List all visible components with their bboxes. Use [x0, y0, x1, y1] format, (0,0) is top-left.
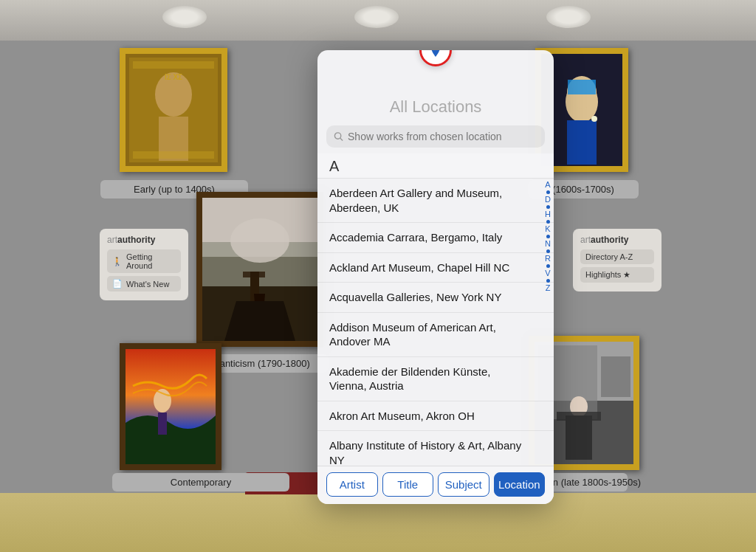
- svg-rect-21: [158, 413, 167, 435]
- alpha-n[interactable]: N: [545, 240, 551, 248]
- art-text-right: art: [580, 235, 591, 245]
- search-input[interactable]: [348, 131, 537, 142]
- painting-wanderer: [202, 198, 317, 341]
- search-icon: [334, 131, 343, 142]
- tab-location[interactable]: Location: [494, 472, 546, 497]
- ceiling-light-right: [546, 6, 591, 28]
- svg-point-29: [334, 133, 340, 139]
- svg-rect-27: [566, 415, 592, 460]
- artauthority-widget-left: artauthority 🚶 Getting Around 📄 What's N…: [100, 229, 188, 300]
- whats-new-icon: 📄: [112, 279, 123, 289]
- alpha-dot-a: [546, 190, 550, 194]
- alpha-h[interactable]: H: [545, 210, 551, 218]
- modal-header: All Locations: [317, 71, 554, 123]
- section-header-a: A: [317, 153, 554, 178]
- list-item[interactable]: Accademia Carrara, Bergamo, Italy: [317, 222, 554, 252]
- tab-bar: Artist Title Subject Location: [317, 466, 554, 504]
- list-item[interactable]: Akademie der Bildenden Künste, Vienna, A…: [317, 356, 554, 401]
- tab-title[interactable]: Title: [382, 472, 434, 497]
- list-item[interactable]: Ackland Art Museum, Chapel Hill NC: [317, 252, 554, 283]
- label-modern: Contemporary: [112, 473, 289, 491]
- modal-title: All Locations: [329, 81, 542, 117]
- alpha-dot-n: [546, 249, 550, 253]
- list-item[interactable]: Akron Art Museum, Akron OH: [317, 401, 554, 431]
- alpha-dot-v: [546, 279, 550, 283]
- alpha-a[interactable]: A: [545, 181, 550, 189]
- alpha-k[interactable]: K: [545, 225, 550, 233]
- list-item[interactable]: Albany Institute of History & Art, Alban…: [317, 430, 554, 466]
- svg-point-16: [230, 218, 289, 263]
- alpha-dot-h: [546, 220, 550, 224]
- painting-scream: [126, 349, 216, 464]
- alpha-v[interactable]: V: [545, 269, 550, 277]
- list-item[interactable]: Aberdeen Art Gallery and Museum, Aberdee…: [317, 178, 554, 222]
- painting-christ: ΙΣ ΧΣ: [126, 54, 221, 166]
- alpha-r[interactable]: R: [545, 255, 551, 263]
- svg-rect-18: [243, 272, 265, 277]
- svg-rect-9: [567, 120, 597, 165]
- svg-point-12: [591, 116, 597, 122]
- directory-button[interactable]: Directory A-Z: [580, 249, 654, 264]
- location-list[interactable]: Aberdeen Art Gallery and Museum, Aberdee…: [317, 178, 554, 466]
- svg-rect-28: [557, 412, 601, 421]
- location-icon-circle: [419, 50, 452, 66]
- artauthority-widget-right: artauthority Directory A-Z Highlights ★: [573, 229, 662, 291]
- list-item[interactable]: Addison Museum of American Art, Andover …: [317, 312, 554, 356]
- location-pin-icon: [427, 50, 444, 58]
- authority-text-right: authority: [591, 235, 628, 245]
- svg-text:ΙΣ ΧΣ: ΙΣ ΧΣ: [165, 73, 182, 81]
- painting-frame-wanderer: [196, 192, 323, 347]
- tab-artist[interactable]: Artist: [326, 472, 378, 497]
- ceiling-light-center: [354, 6, 399, 28]
- directory-label: Directory A-Z: [585, 252, 633, 261]
- svg-rect-6: [133, 151, 214, 159]
- modal-icon-area: [317, 50, 554, 71]
- ceiling: [0, 0, 756, 41]
- getting-around-icon: 🚶: [112, 257, 123, 266]
- alpha-dot-k: [546, 235, 550, 238]
- svg-point-20: [154, 389, 171, 413]
- modal-search-bar[interactable]: [326, 125, 545, 148]
- alpha-dot-d: [546, 205, 550, 209]
- svg-rect-5: [133, 61, 214, 69]
- ceiling-light-left: [162, 6, 207, 28]
- getting-around-label: Getting Around: [126, 252, 176, 270]
- painting-frame-scream: [120, 343, 221, 470]
- alpha-d[interactable]: D: [545, 196, 551, 204]
- painting-frame-christ: ΙΣ ΧΣ: [120, 48, 227, 172]
- alphabet-index[interactable]: A D H K N R V Z: [545, 178, 551, 295]
- svg-rect-25: [601, 356, 630, 397]
- artauthority-title-right: artauthority: [580, 235, 654, 245]
- art-text-left: art: [107, 235, 117, 245]
- list-item[interactable]: Acquavella Galleries, New York NY: [317, 282, 554, 312]
- whats-new-button[interactable]: 📄 What's New: [107, 276, 181, 291]
- tab-subject[interactable]: Subject: [438, 472, 489, 497]
- alpha-z[interactable]: Z: [546, 284, 551, 292]
- whats-new-label: What's New: [126, 280, 169, 289]
- svg-rect-11: [568, 80, 596, 94]
- alpha-dot-r: [546, 264, 550, 268]
- gallery-background: ΙΣ ΧΣ Early (up to 1400s) (1600s-1700s): [0, 0, 756, 552]
- authority-text-left: authority: [117, 235, 155, 245]
- highlights-label: Highlights ★: [585, 270, 630, 280]
- svg-line-30: [340, 138, 343, 140]
- location-modal[interactable]: All Locations A Aberdeen Art Gallery and…: [317, 50, 554, 504]
- highlights-button[interactable]: Highlights ★: [580, 267, 654, 283]
- artauthority-title-left: artauthority: [107, 235, 181, 245]
- getting-around-button[interactable]: 🚶 Getting Around: [107, 249, 181, 273]
